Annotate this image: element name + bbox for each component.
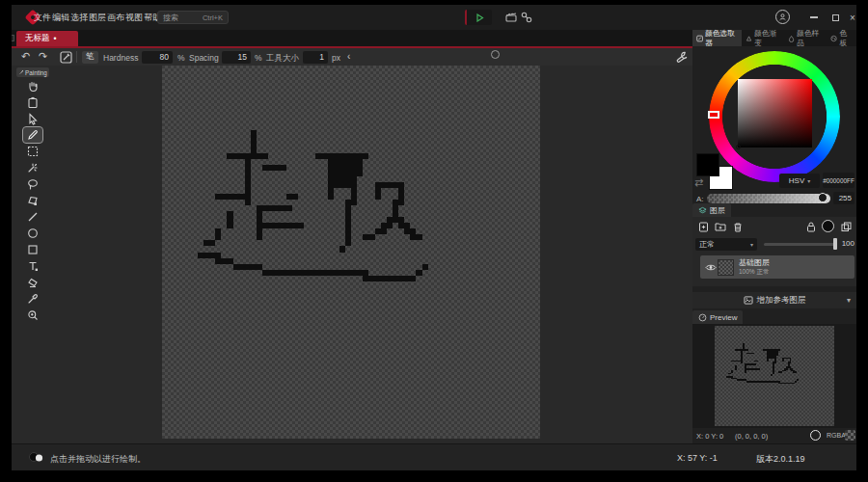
tab-palette[interactable]: 色板 bbox=[827, 30, 856, 46]
menu-select[interactable]: 选择 bbox=[70, 12, 88, 24]
duplicate-layer-button[interactable] bbox=[839, 220, 853, 233]
layer-opacity-value: 100 bbox=[841, 237, 854, 250]
close-button[interactable]: × bbox=[845, 10, 856, 25]
swap-colors-icon[interactable]: ⇄ bbox=[694, 176, 703, 189]
hardness-input[interactable]: 80 bbox=[142, 51, 173, 64]
magic-wand-icon bbox=[27, 162, 39, 174]
color-picker-tool[interactable] bbox=[23, 291, 42, 307]
layers-panel: 正常 ▾ 100 基础图层 100% 正常 bbox=[692, 217, 856, 286]
menu-canvas[interactable]: 画布 bbox=[107, 12, 124, 24]
tool-palette: Painting bbox=[19, 67, 46, 323]
alpha-slider[interactable] bbox=[707, 194, 830, 203]
hand-icon bbox=[27, 80, 40, 93]
rectangle-tool[interactable] bbox=[23, 242, 42, 257]
text-tool[interactable] bbox=[23, 258, 42, 274]
marquee-icon bbox=[27, 146, 39, 157]
lasso-tool[interactable] bbox=[23, 176, 42, 192]
document-tab[interactable]: 无标题 • bbox=[16, 31, 78, 46]
wand-tool[interactable] bbox=[23, 160, 42, 175]
workspace: Painting bbox=[12, 66, 692, 443]
eye-icon[interactable] bbox=[705, 263, 717, 272]
add-layer-button[interactable] bbox=[696, 220, 710, 233]
add-reference-layer-button[interactable]: 增加参考图层 ▾ bbox=[692, 292, 856, 308]
marquee-select-tool[interactable] bbox=[23, 144, 42, 159]
tab-list-icon[interactable] bbox=[12, 35, 14, 41]
menu-file[interactable]: 文件 bbox=[34, 12, 51, 24]
hue-wheel-selector[interactable] bbox=[708, 111, 719, 119]
brush-type-chip[interactable]: 笔 bbox=[82, 51, 98, 64]
pixel-art-drawing[interactable] bbox=[162, 66, 540, 439]
pencil-tool[interactable] bbox=[23, 127, 42, 143]
tool-size-input[interactable]: 1 bbox=[303, 51, 328, 64]
board-tool[interactable] bbox=[23, 94, 42, 110]
sv-cursor[interactable] bbox=[736, 145, 741, 149]
collapse-options-chevron[interactable]: ‹ bbox=[347, 50, 350, 63]
add-group-button[interactable] bbox=[714, 220, 727, 233]
zoom-tool[interactable] bbox=[23, 308, 42, 323]
text-icon bbox=[27, 260, 39, 272]
line-tool[interactable] bbox=[23, 209, 42, 225]
undo-button[interactable]: ↶ bbox=[21, 50, 30, 63]
line-icon bbox=[27, 211, 39, 223]
layer-opacity-handle[interactable] bbox=[833, 238, 837, 250]
pan-tool[interactable] bbox=[23, 78, 42, 94]
hex-color-input[interactable]: #000000FF bbox=[823, 173, 854, 188]
edit-brush-settings-icon[interactable] bbox=[60, 51, 72, 64]
cursor-tool[interactable] bbox=[23, 111, 42, 126]
redo-button[interactable]: ↷ bbox=[39, 50, 47, 63]
alpha-value-input[interactable]: 255 bbox=[833, 192, 854, 204]
blend-mode-select[interactable]: 正常 ▾ bbox=[695, 238, 757, 251]
drawing-canvas[interactable] bbox=[162, 66, 540, 439]
account-icon[interactable] bbox=[775, 10, 790, 24]
link-icon[interactable] bbox=[520, 11, 533, 24]
app-window: 文件 编辑 选择 图层 画布 视图 帮助 搜索 Ctrl+K × bbox=[12, 5, 856, 470]
ellipse-tool[interactable] bbox=[23, 226, 42, 241]
menu-layer[interactable]: 图层 bbox=[89, 12, 106, 24]
chevron-down-icon: ▾ bbox=[807, 177, 810, 184]
rectangle-icon bbox=[27, 244, 39, 255]
minimize-button[interactable] bbox=[806, 10, 822, 25]
tab-color-gradient[interactable]: 颜色渐变 bbox=[742, 30, 784, 46]
wrench-icon[interactable] bbox=[675, 50, 689, 64]
foreground-color-swatch[interactable] bbox=[696, 153, 719, 176]
layers-panel-tab[interactable]: 图层 bbox=[692, 203, 731, 217]
layers-stack-icon bbox=[698, 206, 707, 215]
lock-layer-button[interactable] bbox=[804, 220, 818, 233]
onion-skin-button[interactable] bbox=[822, 220, 834, 232]
delete-layer-button[interactable] bbox=[731, 220, 745, 233]
layer-opacity-slider[interactable] bbox=[764, 243, 837, 246]
color-mode-value: HSV bbox=[789, 176, 804, 185]
color-format-label[interactable]: RGBA bbox=[827, 432, 846, 439]
preview-thumbnail bbox=[715, 326, 834, 426]
menu-view[interactable]: 视图 bbox=[125, 12, 143, 24]
search-input[interactable]: 搜索 Ctrl+K bbox=[157, 11, 229, 24]
clapperboard-icon[interactable] bbox=[504, 11, 518, 24]
cursor-coordinates: X: 57 Y: -1 bbox=[677, 453, 718, 463]
search-placeholder: 搜索 bbox=[163, 13, 178, 23]
preview-tab-icon bbox=[698, 313, 707, 322]
play-button[interactable] bbox=[465, 10, 492, 25]
maximize-button[interactable] bbox=[827, 10, 843, 25]
tab-color-swatches[interactable]: 颜色样品 bbox=[784, 30, 827, 46]
unsaved-dot: • bbox=[54, 34, 57, 43]
layer-row[interactable]: 基础图层 100% 正常 bbox=[700, 255, 854, 279]
preview-panel-tab[interactable]: Preview bbox=[692, 310, 743, 324]
shape-select-tool[interactable] bbox=[23, 193, 42, 208]
saturation-value-square[interactable] bbox=[738, 79, 812, 147]
spacing-input[interactable]: 15 bbox=[222, 51, 251, 64]
tab-color-picker[interactable]: 颜色选取器 bbox=[692, 30, 742, 46]
preview-panel bbox=[692, 324, 856, 428]
transparency-checker-icon[interactable] bbox=[845, 430, 855, 441]
menu-edit[interactable]: 编辑 bbox=[52, 12, 69, 24]
pencil-icon bbox=[27, 129, 39, 141]
alpha-slider-handle[interactable] bbox=[818, 193, 827, 202]
palette-tab-icon bbox=[830, 35, 837, 42]
brush-cursor-circle bbox=[491, 50, 500, 59]
toolbar-separator bbox=[76, 51, 77, 63]
color-sample-circle bbox=[810, 430, 821, 441]
eraser-tool[interactable] bbox=[23, 275, 42, 290]
preview-panel-title: Preview bbox=[710, 313, 737, 322]
color-mode-select[interactable]: HSV ▾ bbox=[779, 174, 820, 188]
painting-mode-pill[interactable]: Painting bbox=[16, 67, 49, 77]
magnifier-icon bbox=[27, 309, 39, 321]
